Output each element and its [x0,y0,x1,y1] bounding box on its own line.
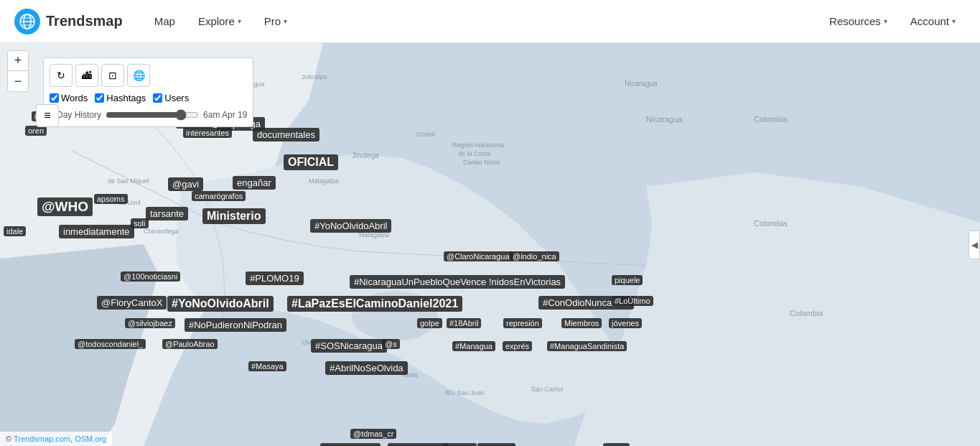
pro-chevron: ▾ [284,17,287,25]
svg-text:Chinandega: Chinandega [144,228,179,235]
map-type-refresh[interactable]: ↻ [50,64,73,87]
map-tag[interactable]: Ministerio [202,208,266,224]
timeline-date: 6am Apr 19 [203,110,247,120]
map-tag[interactable]: @tdmas_cr [350,429,396,439]
map-tag[interactable]: @JBoban17 [320,443,381,446]
map-tag[interactable]: Miembros [561,318,602,328]
osm-link[interactable]: OSM.org [75,435,106,443]
map-tag[interactable]: #18Abril [447,318,481,328]
svg-text:Caribe Norte: Caribe Norte [463,159,500,166]
map-tag[interactable]: #PLOMO19 [246,271,304,285]
main-nav: Map Explore ▾ Pro ▾ [144,9,297,33]
nav-pro[interactable]: Pro ▾ [254,9,297,33]
svg-text:San Carlos: San Carlos [531,386,564,393]
map-tag[interactable]: #SOSNicaragua [311,339,387,353]
map-tag[interactable]: #NicaraguaUnPuebloQueVence !nidosEnVicto… [350,275,565,289]
map-tag[interactable]: documentales [253,128,319,141]
layer-button[interactable]: ≡ [36,104,59,127]
trendsmap-link[interactable]: Trendsmap.com [14,435,70,443]
users-checkbox[interactable] [153,93,162,103]
filter-panel: ↻ 🏙 ⊡ 🌐 Words Hashtags Users [43,57,253,127]
zoom-controls: + − [7,50,29,92]
filter-checkboxes: Words Hashtags Users [50,93,247,103]
zoom-out-button[interactable]: − [8,71,28,91]
map-tag[interactable]: exprés [503,341,532,351]
header: Trendsmap Map Explore ▾ Pro ▾ Resources … [0,0,980,43]
map-tag[interactable]: inmediatamente [59,225,134,238]
map-tag[interactable]: @s [382,339,400,349]
svg-text:Región Autónoma: Región Autónoma [452,141,504,149]
zoom-in-button[interactable]: + [8,51,28,71]
timeline-slider[interactable] [106,109,199,121]
map-tag[interactable]: engañar [233,176,276,190]
map-tag[interactable]: @PauloAbrao [162,339,218,349]
map-tag[interactable]: idale [4,226,26,236]
map-tag[interactable]: #Masaya [248,361,286,371]
map-tag[interactable]: @indio_nica [510,251,559,261]
svg-text:de San Miguel: de San Miguel [108,177,149,185]
map-tag[interactable]: golpe [417,318,442,328]
right-nav: Resources ▾ Account ▾ [819,9,966,33]
svg-text:Ocotal: Ocotal [416,131,435,138]
map-tag[interactable]: #LaPazEsElCaminoDaniel2021 [287,296,462,312]
map-tag[interactable]: @gavi [168,177,203,191]
map-tag[interactable]: #NoPudieronNiPodran [185,318,286,332]
map-tag[interactable]: López [443,443,477,446]
map-tag[interactable]: represión [503,318,542,328]
map-tag[interactable]: #ManaguaSandinista [547,341,627,351]
map-container[interactable]: Jinotega Matagalpa Ocotal de San Miguel … [0,43,980,446]
words-checkbox[interactable] [50,93,59,103]
timeline: 7 Day History 6am Apr 19 [50,109,247,121]
map-tag[interactable]: #AbrilNoSeOlvida [325,361,408,375]
nav-account[interactable]: Account ▾ [900,9,966,33]
map-tag[interactable]: OFICIAL [284,154,338,170]
nav-resources[interactable]: Resources ▾ [819,9,897,33]
map-controls: + − ↻ 🏙 ⊡ 🌐 Words Hashtags [7,50,29,92]
map-tag[interactable]: @todoscondaniel_ [75,339,146,349]
account-chevron: ▾ [952,17,956,25]
map-tag[interactable]: jóvenes [609,318,642,328]
map-type-globe[interactable]: 🌐 [127,64,150,87]
nav-map[interactable]: Map [144,9,185,33]
svg-text:Juticalpa: Juticalpa [302,73,327,80]
map-tag[interactable]: @silviojbaez [125,318,175,328]
map-tag[interactable]: tarsante [146,207,188,220]
logo-text: Trendsmap [46,13,123,29]
svg-text:Colombia: Colombia [754,219,788,228]
nav-explore[interactable]: Explore ▾ [188,9,251,33]
map-tag[interactable]: @ClaroNicaragua [444,251,513,261]
hashtags-checkbox[interactable] [95,93,104,103]
svg-text:Jinotega: Jinotega [352,152,379,159]
map-tag[interactable]: #Managua [452,341,495,351]
logo-icon [14,9,40,34]
map-type-grid[interactable]: ⊡ [101,64,124,87]
map-tag[interactable]: piquele [612,275,643,285]
svg-text:Colombia: Colombia [754,115,788,124]
svg-text:Nicaragua: Nicaragua [625,80,658,88]
map-type-buttons: ↻ 🏙 ⊡ 🌐 [50,64,247,87]
map-tag[interactable]: interesantes [183,128,232,138]
map-tag[interactable]: Suárez [477,443,515,446]
resources-chevron: ▾ [884,17,887,25]
map-type-city[interactable]: 🏙 [75,64,98,87]
map-tag[interactable]: @LuisEBol7 [388,443,448,446]
map-tag[interactable]: apsoms [94,194,128,204]
svg-text:Colombia: Colombia [790,309,823,317]
map-tag[interactable]: #YoNoOlvidoAbril [310,219,391,233]
map-tag[interactable]: @FloryCantoX [97,296,167,310]
svg-text:Nicaragua: Nicaragua [646,115,683,124]
map-tag[interactable]: camarógrafos [192,191,246,201]
map-tag[interactable]: #LoÚltimo [612,296,653,306]
sidebar-toggle-button[interactable]: ◀ [969,231,980,259]
explore-chevron: ▾ [238,17,241,25]
footer: © Trendsmap.com, OSM.org [0,432,112,446]
map-tag[interactable]: LDA [603,443,630,446]
map-tag[interactable]: #YoNoOlvidoAbril [167,296,274,312]
map-tag[interactable]: @100noticias​ni [121,271,180,282]
map-tag[interactable]: oren [25,126,47,136]
filter-hashtags[interactable]: Hashtags [95,93,146,103]
logo-area[interactable]: Trendsmap [14,9,123,34]
filter-words[interactable]: Words [50,93,88,103]
map-tag[interactable]: @WHO [37,198,93,216]
filter-users[interactable]: Users [153,93,189,103]
